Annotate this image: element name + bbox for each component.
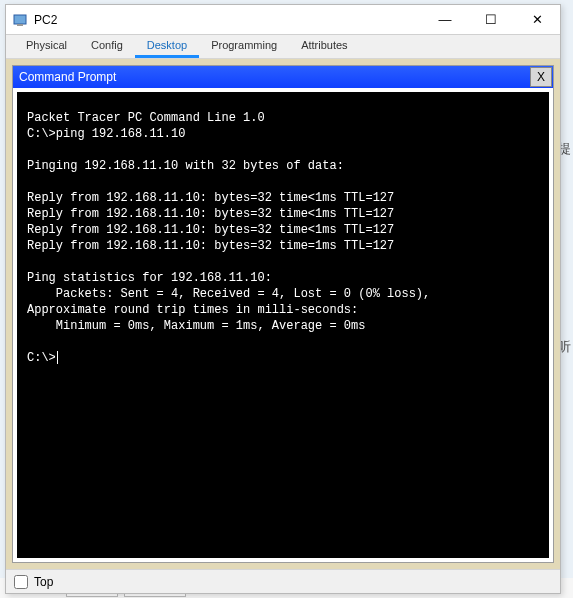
minimize-button[interactable]: — <box>422 5 468 34</box>
maximize-button[interactable]: ☐ <box>468 5 514 34</box>
footer-bar: Top <box>6 569 560 593</box>
command-prompt-close-button[interactable]: X <box>530 67 552 87</box>
command-prompt-window: Command Prompt X Packet Tracer PC Comman… <box>12 65 554 563</box>
desktop-pane: Command Prompt X Packet Tracer PC Comman… <box>6 59 560 569</box>
terminal-output[interactable]: Packet Tracer PC Command Line 1.0 C:\>pi… <box>15 90 551 560</box>
titlebar[interactable]: PC2 — ☐ ✕ <box>6 5 560 35</box>
top-label: Top <box>34 575 53 589</box>
top-checkbox[interactable] <box>14 575 28 589</box>
tab-physical[interactable]: Physical <box>14 35 79 58</box>
window-title: PC2 <box>34 13 422 27</box>
command-prompt-titlebar[interactable]: Command Prompt X <box>13 66 553 88</box>
tab-desktop[interactable]: Desktop <box>135 35 199 58</box>
tab-config[interactable]: Config <box>79 35 135 58</box>
close-button[interactable]: ✕ <box>514 5 560 34</box>
svg-rect-1 <box>17 24 23 26</box>
pc2-window: PC2 — ☐ ✕ Physical Config Desktop Progra… <box>5 4 561 594</box>
tab-attributes[interactable]: Attributes <box>289 35 359 58</box>
app-icon <box>12 12 28 28</box>
svg-rect-0 <box>14 15 26 24</box>
tab-bar: Physical Config Desktop Programming Attr… <box>6 35 560 59</box>
tab-programming[interactable]: Programming <box>199 35 289 58</box>
command-prompt-title: Command Prompt <box>19 70 530 84</box>
